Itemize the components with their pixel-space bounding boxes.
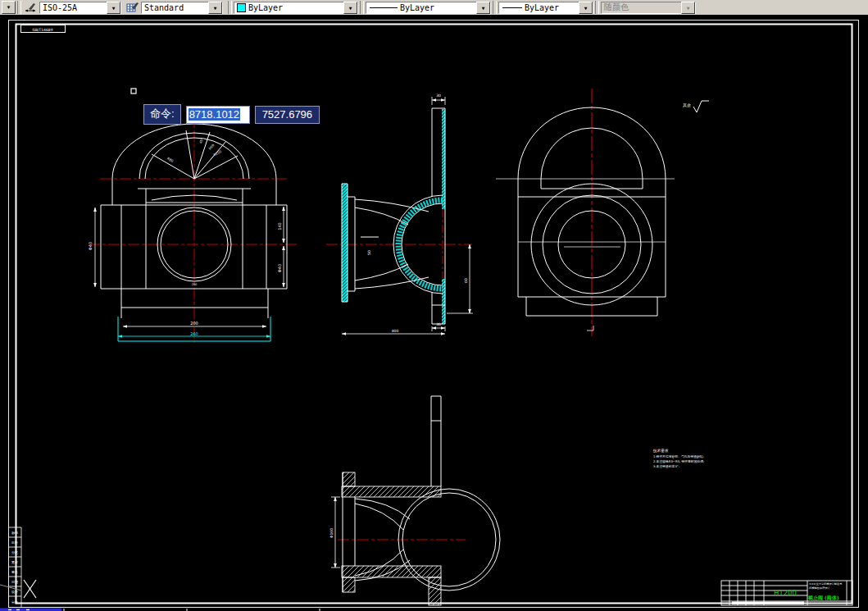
technical-notes: 技术要求 1.铸件不得有砂眼、气孔等铸造缺陷; 2.未注圆角R3~R5, 铸件需… xyxy=(652,449,704,468)
color-swatch-cyan xyxy=(237,3,246,12)
dim-style-value: ISO-25A xyxy=(40,3,107,12)
dim-front-left-diameter: Φ40 xyxy=(88,242,93,250)
grip-square[interactable] xyxy=(131,89,136,93)
lineweight-sample-icon xyxy=(502,7,522,8)
dim-section-bottom: 30 xyxy=(436,322,441,326)
view-side-section: 30 30 400 60 50 xyxy=(326,93,473,334)
surface-roughness-mark: 其余 xyxy=(683,101,709,112)
lineweight-control-combo[interactable]: ByLayer ▼ xyxy=(498,2,593,14)
roughness-note-text: 其余 xyxy=(683,103,691,108)
dim-front-right-diameter: Φ40 xyxy=(277,264,282,272)
revision-row: 更改 xyxy=(11,560,18,564)
color-control-combo[interactable]: ByLayer ▼ xyxy=(234,2,358,14)
toolbar-separator xyxy=(595,1,599,14)
title-block: HT200 ××工业大学机械设计制造系 机械制图课程设计 截止阀 (阀体) xyxy=(721,581,852,605)
drawing-svg: GB/T14689 标记 处数 分区 更改 签名 日期 xyxy=(0,15,868,611)
roughness-check-icon xyxy=(693,101,709,112)
coordinate-y-input[interactable]: 7527.6796 xyxy=(255,106,320,124)
coordinate-y-value: 7527.6796 xyxy=(262,108,312,121)
table-style-value: Standard xyxy=(142,3,208,12)
coordinate-x-input[interactable]: 8718.1012 xyxy=(186,106,250,124)
part-name-label: 截止阀 (阀体) xyxy=(807,595,839,601)
coordinate-x-value: 8718.1012 xyxy=(189,108,240,121)
toolbar-separator xyxy=(228,1,232,14)
color-dropdown-arrow[interactable]: ▼ xyxy=(343,2,357,14)
lineweight-control-value: ByLayer xyxy=(522,3,579,12)
revision-row: 处数 xyxy=(11,540,18,545)
crosshair-cursor xyxy=(24,580,36,598)
toolbar-separator xyxy=(17,1,21,14)
dynamic-input-tooltip: 命令: 8718.1012 7527.6796 xyxy=(143,104,320,125)
dim-front-radial-d: R80 xyxy=(166,157,175,163)
statusbar-sliver xyxy=(0,609,320,611)
dim-front-radial-b: R60 xyxy=(207,143,215,151)
dim-section-bore: 50 xyxy=(367,250,371,255)
flange-hatch xyxy=(342,184,348,302)
table-style-dropdown-arrow[interactable]: ▼ xyxy=(208,2,222,14)
cad-window: ▼ ISO-25A ▼ S xyxy=(0,0,868,611)
toolbar-separator xyxy=(360,1,364,14)
linetype-sample-icon xyxy=(370,7,398,8)
revision-row: 分区 xyxy=(11,550,18,554)
toolbar-separator xyxy=(493,1,497,14)
dim-front-radial-a: R100 xyxy=(213,149,223,157)
view-left-side xyxy=(496,89,675,336)
notes-line: 1.铸件不得有砂眼、气孔等铸造缺陷; xyxy=(653,454,704,458)
notes-title: 技术要求 xyxy=(652,449,669,454)
frame-label: GB/T14689 xyxy=(32,28,52,32)
table-style-icon[interactable] xyxy=(125,1,140,14)
front-centerlines xyxy=(89,111,299,343)
dim-front-bottom-width: 200 xyxy=(190,321,198,326)
plot-style-combo: 随颜色 ▼ xyxy=(601,2,696,14)
dim-style-icon[interactable] xyxy=(24,1,39,14)
dim-style-dropdown-arrow[interactable]: ▼ xyxy=(107,2,120,14)
lineweight-dropdown-arrow[interactable]: ▼ xyxy=(579,2,593,14)
plot-style-dropdown-arrow: ▼ xyxy=(681,2,695,14)
notes-line: 3.未注铸造斜度3°。 xyxy=(653,464,682,468)
org-line1: ××工业大学机械设计制造系 xyxy=(809,582,843,586)
view-bottom-section: Φ160 xyxy=(329,396,500,605)
color-control-value: ByLayer xyxy=(246,3,343,12)
table-style-combo[interactable]: Standard ▼ xyxy=(141,2,223,14)
properties-toolbar: ▼ ISO-25A ▼ S xyxy=(0,0,868,15)
revision-row: 签名 xyxy=(11,570,18,574)
view-front: Φ40 140 Φ40 200 250 R100 R60 45° R80 260 xyxy=(88,111,299,343)
dim-section-width: 400 xyxy=(392,329,399,333)
linetype-dropdown-arrow[interactable]: ▼ xyxy=(476,2,490,14)
dim-style-combo[interactable]: ISO-25A ▼ xyxy=(39,2,121,14)
drawing-canvas[interactable]: GB/T14689 标记 处数 分区 更改 签名 日期 xyxy=(0,15,868,611)
dim-section-height: 60 xyxy=(464,278,468,283)
dim-front-radial-c: 45° xyxy=(198,137,204,144)
dim-front-base-width: 250 xyxy=(192,283,198,286)
leader-line xyxy=(0,585,21,590)
revision-row: 审核 xyxy=(11,600,18,604)
front-dimensions xyxy=(95,207,284,326)
linetype-control-combo[interactable]: ByLayer ▼ xyxy=(366,2,491,14)
toolbar-overflow-button[interactable]: ▼ xyxy=(2,1,16,14)
title-block-cell xyxy=(732,602,804,605)
dim-bottom-flange: Φ160 xyxy=(329,528,334,538)
revision-strip: 标记 处数 分区 更改 签名 日期 设计 审核 xyxy=(9,527,22,608)
dim-section-top: 30 xyxy=(436,93,441,98)
wall-hatch-top xyxy=(442,109,445,209)
revision-row: 日期 xyxy=(11,580,18,584)
linetype-control-value: ByLayer xyxy=(398,3,476,12)
revision-row: 设计 xyxy=(11,590,18,594)
revision-row: 标记 xyxy=(11,531,18,536)
dim-front-selected-width[interactable]: 260 xyxy=(190,331,198,336)
dim-front-right-height: 140 xyxy=(277,222,282,230)
plot-style-value: 随颜色 xyxy=(602,2,681,13)
material-label: HT200 xyxy=(774,589,797,597)
command-prompt-label: 命令: xyxy=(143,104,181,125)
notes-line: 2.未注圆角R3~R5, 铸件需时效处理; xyxy=(653,459,704,463)
org-line2: 机械制图课程设计 xyxy=(809,586,830,590)
